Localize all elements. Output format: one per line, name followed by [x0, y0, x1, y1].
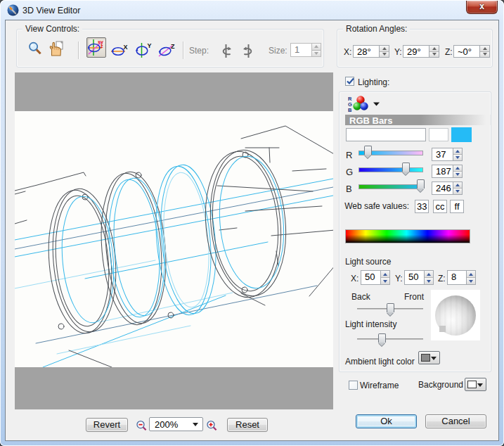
slider-b-spinner[interactable] [453, 181, 463, 195]
front-label: Front [404, 292, 424, 302]
light-preview-box [431, 290, 480, 340]
light-x-spinner[interactable] [381, 270, 390, 285]
wireframe-label: Wireframe [360, 381, 399, 390]
rotation-y-spinner[interactable] [429, 45, 439, 58]
rotation-x-field[interactable]: 28° [353, 45, 380, 58]
zoom-out-icon[interactable] [136, 420, 148, 432]
rotation-x-label: X: [344, 47, 351, 57]
light-intensity-label: Light intensity [345, 319, 396, 329]
light-intensity-track[interactable] [357, 338, 423, 340]
rotation-z-field[interactable]: ~0° [453, 45, 480, 58]
toolbar-separator-2 [183, 42, 183, 59]
swatch-current-color[interactable] [451, 127, 472, 142]
rotation-x-spinner[interactable] [380, 45, 389, 58]
step-forward-icon[interactable] [240, 44, 257, 58]
rotation-y-label: Y: [394, 47, 402, 57]
revert-button[interactable]: Revert [86, 418, 128, 432]
slider-r-label: R [346, 150, 352, 160]
rotate-z-icon[interactable]: Z [158, 43, 176, 58]
web-safe-label: Web safe values: [344, 201, 409, 211]
back-label: Back [351, 292, 370, 302]
rotate-all-selected-box[interactable]: xy z [86, 37, 106, 58]
ambient-dropdown-arrow [431, 357, 437, 360]
ambient-color-dropdown[interactable] [418, 351, 440, 364]
color-name-field[interactable] [346, 128, 426, 141]
back-front-thumb[interactable] [387, 303, 394, 312]
window-title: 3D View Editor [22, 6, 80, 15]
check-icon [345, 76, 356, 87]
light-y-spinner[interactable] [425, 270, 434, 285]
ambient-color-swatch [421, 354, 430, 362]
step-label: Step: [189, 46, 209, 56]
slider-g-thumb[interactable] [402, 163, 410, 172]
light-y-field[interactable]: 50 [404, 270, 425, 285]
lighting-checkbox[interactable] [345, 77, 354, 86]
slider-r-thumb[interactable] [364, 146, 372, 155]
view-controls-legend: View Controls: [22, 24, 82, 34]
reset-button[interactable]: Reset [227, 418, 268, 432]
slider-r-spinner[interactable] [453, 148, 463, 161]
light-x-label: X: [351, 274, 358, 283]
svg-text:Z: Z [171, 43, 175, 50]
step-back-icon[interactable] [217, 44, 235, 58]
light-x-field[interactable]: 50 [361, 270, 381, 285]
light-z-field[interactable]: 8 [447, 270, 467, 285]
rotation-angles-legend: Rotation Angles: [343, 24, 410, 34]
combo-dropdown-arrow [193, 423, 198, 426]
web-safe-r-field[interactable]: 33 [415, 200, 429, 213]
color-spectrum-bar[interactable] [345, 229, 470, 243]
rotate-x-icon[interactable]: X [111, 44, 129, 58]
rotation-z-spinner[interactable] [480, 45, 490, 58]
size-spinner[interactable] [312, 43, 321, 57]
dialog-client-area: View Controls: xy z [5, 20, 499, 441]
rotation-z-label: Z: [445, 47, 453, 57]
svg-text:Y: Y [148, 42, 152, 49]
rotate-y-icon[interactable]: Y [135, 42, 153, 58]
lighting-label: Lighting: [358, 77, 389, 87]
color-mode-button[interactable]: R G B [347, 95, 381, 113]
light-z-spinner[interactable] [467, 270, 476, 285]
size-field[interactable]: 1 [290, 43, 312, 57]
zoom-tool-icon[interactable] [27, 41, 43, 56]
wireframe-drawing [15, 111, 333, 367]
svg-text:z: z [101, 44, 103, 49]
zoom-level-value: 200% [155, 419, 178, 430]
ambient-light-label: Ambient light color [345, 357, 415, 367]
slider-b-value-field[interactable]: 246 [432, 181, 453, 195]
zoom-level-combo[interactable]: 200% [149, 417, 203, 431]
viewport-3d[interactable] [15, 72, 333, 409]
viewport-canvas [15, 111, 333, 367]
zoom-in-icon[interactable] [206, 420, 218, 432]
web-safe-g-field[interactable]: cc [433, 200, 447, 213]
svg-text:X: X [124, 44, 128, 51]
viewport-top-band [15, 72, 333, 111]
light-source-label: Light source [345, 257, 391, 267]
close-button[interactable]: x [466, 1, 498, 14]
svg-text:B: B [348, 107, 352, 113]
slider-g-track[interactable] [358, 167, 423, 172]
ok-button[interactable]: Ok [356, 414, 417, 428]
swatch-secondary[interactable] [429, 128, 448, 141]
toolbar-separator [78, 42, 79, 59]
size-label: Size: [269, 46, 287, 56]
background-color-dropdown[interactable] [465, 378, 486, 391]
dialog-window: 3D View Editor x View Controls: [0, 0, 504, 446]
light-intensity-thumb[interactable] [378, 333, 386, 343]
title-bar[interactable]: 3D View Editor [1, 1, 503, 20]
wireframe-checkbox[interactable] [349, 381, 358, 390]
cancel-button[interactable]: Cancel [425, 414, 486, 428]
pan-tool-icon[interactable] [47, 40, 65, 58]
slider-b-track[interactable] [358, 184, 423, 189]
slider-g-label: G [346, 167, 353, 177]
slider-g-spinner[interactable] [453, 165, 463, 178]
background-label: Background [418, 380, 463, 390]
slider-r-value-field[interactable]: 37 [432, 148, 453, 161]
web-safe-b-field[interactable]: ff [450, 200, 464, 213]
viewport-bottom-band [15, 367, 333, 409]
slider-b-thumb[interactable] [417, 179, 425, 189]
light-z-label: Z: [438, 274, 446, 283]
slider-g-value-field[interactable]: 187 [432, 165, 453, 178]
light-y-label: Y: [395, 274, 403, 283]
background-dropdown-arrow [477, 383, 483, 387]
rotation-y-field[interactable]: 29° [403, 45, 429, 58]
